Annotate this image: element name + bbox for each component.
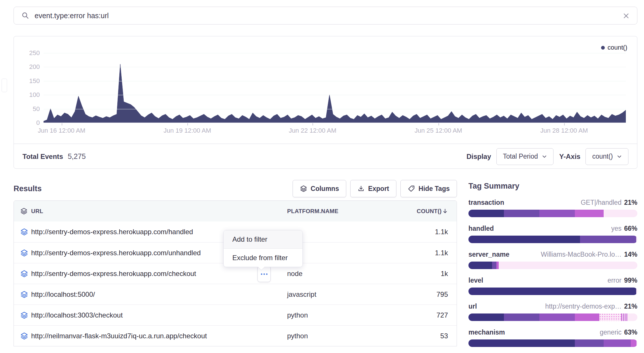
- results-table: URL PLATFORM.NAME COUNT() http://sentry-…: [14, 200, 457, 346]
- url-cell[interactable]: http://localhost:5000/: [31, 290, 287, 298]
- clear-search-icon[interactable]: [622, 12, 630, 21]
- tag-name: mechanism: [468, 328, 505, 336]
- tag-top-pct: 21%: [624, 303, 637, 310]
- tag-bar-segment[interactable]: [604, 339, 631, 347]
- tag-bar-segment[interactable]: [504, 210, 539, 217]
- tag-bar-segment[interactable]: [468, 339, 575, 347]
- chevron-down-icon: [617, 154, 622, 159]
- tag-distribution-bar[interactable]: [468, 210, 637, 217]
- platform-cell[interactable]: python: [287, 332, 414, 340]
- tag-bar-segment[interactable]: [631, 339, 637, 347]
- count-cell[interactable]: 53: [414, 332, 456, 340]
- gridline: [44, 95, 626, 95]
- tag-entry-server_name: server_nameWilliams-MacBook-Pro.lo…14%: [468, 251, 637, 269]
- tag-bar-segment[interactable]: [468, 210, 504, 217]
- table-row[interactable]: http://localhost:5000/javascript795: [14, 284, 457, 305]
- tag-top-value: yes: [611, 225, 622, 232]
- tag-bar-segment[interactable]: [468, 288, 636, 295]
- tag-distribution-bar[interactable]: [468, 313, 637, 321]
- tag-top-value: error: [607, 277, 622, 284]
- display-dropdown-value: Total Period: [503, 153, 538, 160]
- layers-icon: [14, 311, 31, 319]
- export-button[interactable]: Export: [350, 180, 396, 197]
- gridline: [44, 109, 626, 109]
- tag-bar-segment[interactable]: [575, 339, 604, 347]
- tag-top-pct: 66%: [624, 225, 637, 232]
- url-cell[interactable]: http://sentry-demos-express.herokuapp.co…: [31, 270, 287, 278]
- search-bar[interactable]: event.type:error has:url: [14, 7, 637, 25]
- tag-distribution-bar[interactable]: [468, 262, 637, 269]
- tag-bar-segment[interactable]: [627, 313, 637, 321]
- tag-bar-segment[interactable]: [539, 210, 575, 217]
- tag-icon: [408, 185, 415, 192]
- y-tick-label: 50: [17, 105, 40, 113]
- tag-bar-segment[interactable]: [468, 262, 492, 269]
- tag-distribution-bar[interactable]: [468, 288, 637, 295]
- y-tick-label: 100: [17, 91, 40, 99]
- table-row[interactable]: http://localhost:3003/checkoutpython727: [14, 305, 457, 325]
- tag-bar-segment[interactable]: [637, 339, 637, 347]
- platform-cell[interactable]: node: [287, 270, 414, 278]
- count-cell[interactable]: 795: [414, 290, 456, 298]
- tag-bar-segment[interactable]: [575, 313, 599, 321]
- header-count[interactable]: COUNT(): [414, 208, 456, 215]
- table-row[interactable]: http://neilmanvar-flask-m3uuizd7iq-uc.a.…: [14, 325, 457, 346]
- tag-bar-segment[interactable]: [539, 313, 575, 321]
- total-events-value: 5,275: [68, 152, 86, 161]
- gridline: [44, 53, 626, 53]
- y-tick-label: 150: [17, 77, 40, 85]
- platform-cell[interactable]: javascript: [287, 290, 414, 298]
- tag-bar-segment[interactable]: [580, 236, 636, 243]
- events-area-chart[interactable]: [44, 50, 626, 123]
- hide-tags-button-label: Hide Tags: [419, 185, 450, 193]
- platform-cell[interactable]: python: [287, 311, 414, 319]
- tag-bar-segment[interactable]: [468, 236, 580, 243]
- y-tick-label: 0: [17, 119, 40, 127]
- url-cell[interactable]: http://localhost:3003/checkout: [31, 311, 287, 319]
- x-tick-mark: [62, 123, 62, 125]
- tag-bar-segment[interactable]: [504, 313, 539, 321]
- chevron-down-icon: [542, 154, 547, 159]
- export-button-label: Export: [368, 185, 389, 193]
- tag-bar-segment[interactable]: [496, 262, 499, 269]
- columns-button[interactable]: Columns: [293, 180, 346, 197]
- tag-distribution-bar[interactable]: [468, 339, 637, 347]
- tag-bar-segment[interactable]: [604, 210, 637, 217]
- header-url[interactable]: URL: [31, 208, 287, 215]
- display-dropdown[interactable]: Total Period: [496, 148, 553, 165]
- search-query[interactable]: event.type:error has:url: [35, 12, 109, 20]
- tag-name: level: [468, 277, 483, 284]
- x-tick-mark: [312, 123, 313, 125]
- results-title: Results: [14, 184, 42, 193]
- header-platform[interactable]: PLATFORM.NAME: [287, 208, 414, 215]
- count-cell[interactable]: 1k: [414, 270, 456, 278]
- tag-bar-segment[interactable]: [575, 210, 604, 217]
- x-tick-mark: [438, 123, 439, 125]
- yaxis-dropdown[interactable]: count(): [585, 148, 628, 165]
- add-to-filter-item[interactable]: Add to filter: [224, 230, 302, 249]
- tag-bar-segment[interactable]: [621, 313, 627, 321]
- hide-tags-button[interactable]: Hide Tags: [400, 180, 457, 197]
- tag-distribution-bar[interactable]: [468, 236, 637, 243]
- tag-bar-segment[interactable]: [492, 262, 496, 269]
- sort-desc-icon: [442, 208, 448, 214]
- tag-entry-handled: handledyes66%: [468, 225, 637, 243]
- total-events-label: Total Events: [22, 153, 63, 161]
- count-cell[interactable]: 727: [414, 311, 456, 319]
- exclude-from-filter-item[interactable]: Exclude from filter: [224, 249, 302, 267]
- tag-bar-segment[interactable]: [499, 262, 637, 269]
- tag-bar-segment[interactable]: [636, 236, 637, 243]
- tag-bar-segment[interactable]: [468, 313, 504, 321]
- tag-top-pct: 63%: [624, 328, 637, 336]
- tag-bar-segment[interactable]: [636, 288, 637, 295]
- x-tick-label: Jun 19 12:00 AM: [163, 127, 211, 134]
- sidebar-collapse-handle[interactable]: [1, 78, 7, 92]
- count-cell[interactable]: 1.1k: [414, 249, 456, 257]
- cell-context-menu: Add to filter Exclude from filter: [223, 230, 303, 267]
- tag-summary-title: Tag Summary: [468, 182, 637, 191]
- url-cell[interactable]: http://neilmanvar-flask-m3uuizd7iq-uc.a.…: [31, 332, 287, 340]
- download-icon: [357, 185, 365, 192]
- count-cell[interactable]: 1.1k: [414, 228, 456, 236]
- ellipsis-icon: [261, 273, 262, 275]
- tag-bar-segment[interactable]: [599, 313, 621, 321]
